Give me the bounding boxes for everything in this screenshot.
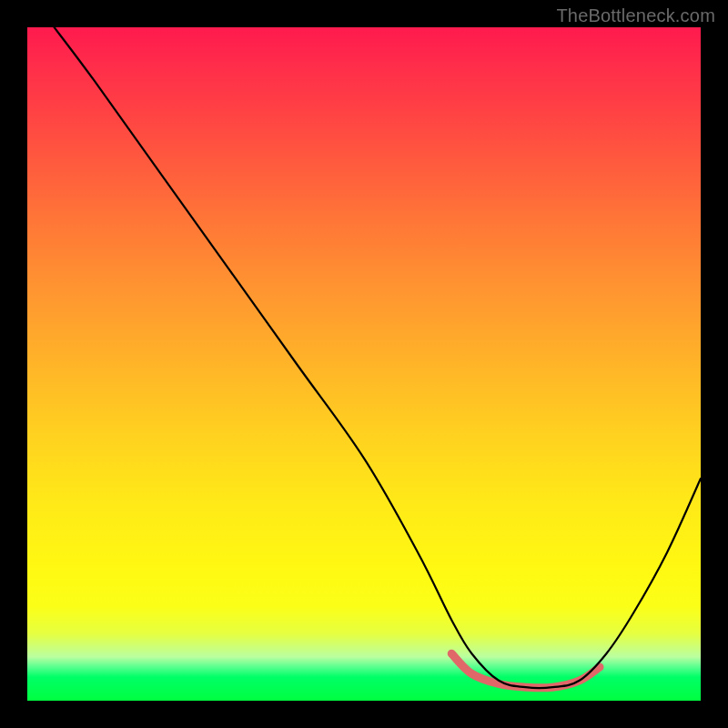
watermark-text: TheBottleneck.com (556, 5, 715, 26)
bottleneck-curve-line (55, 27, 701, 688)
chart-plot-area (27, 27, 701, 701)
chart-svg (27, 27, 701, 701)
